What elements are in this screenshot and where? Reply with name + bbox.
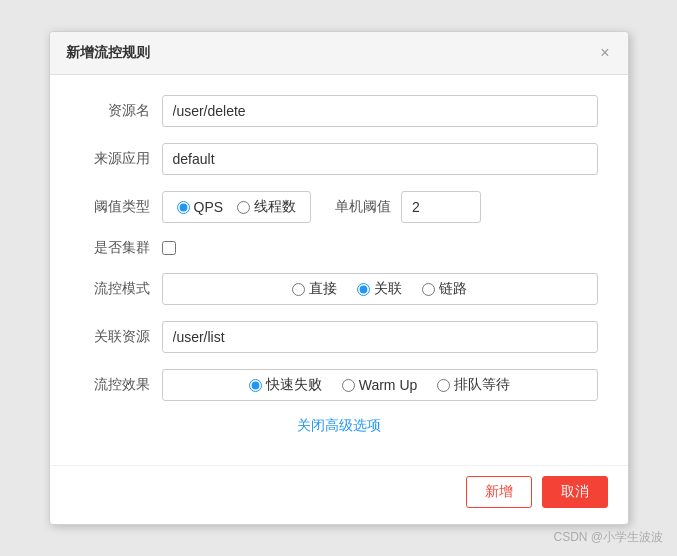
radio-chain[interactable]: 链路: [422, 280, 467, 298]
source-app-label: 来源应用: [80, 150, 150, 168]
dialog-header: 新增流控规则 ×: [50, 32, 628, 75]
flow-mode-box: 直接 关联 链路: [162, 273, 598, 305]
resource-name-input[interactable]: [162, 95, 598, 127]
dialog-title: 新增流控规则: [66, 44, 150, 62]
radio-warm-up-label: Warm Up: [359, 377, 418, 393]
flow-mode-label: 流控模式: [80, 280, 150, 298]
radio-warm-up[interactable]: Warm Up: [342, 377, 418, 393]
advanced-link-row: 关闭高级选项: [80, 417, 598, 435]
radio-queue[interactable]: 排队等待: [437, 376, 510, 394]
radio-warm-up-input[interactable]: [342, 379, 355, 392]
radio-threads-input[interactable]: [237, 201, 250, 214]
radio-relate[interactable]: 关联: [357, 280, 402, 298]
flow-mode-row: 流控模式 直接 关联 链路: [80, 273, 598, 305]
flow-effect-row: 流控效果 快速失败 Warm Up 排队等待: [80, 369, 598, 401]
source-app-row: 来源应用: [80, 143, 598, 175]
radio-queue-input[interactable]: [437, 379, 450, 392]
radio-qps-label: QPS: [194, 199, 224, 215]
radio-direct-input[interactable]: [292, 283, 305, 296]
radio-relate-input[interactable]: [357, 283, 370, 296]
cluster-checkbox-item[interactable]: [162, 241, 176, 255]
radio-threads-label: 线程数: [254, 198, 296, 216]
radio-threads[interactable]: 线程数: [237, 198, 296, 216]
dialog-overlay: 新增流控规则 × 资源名 来源应用 阈值类型: [0, 0, 677, 556]
cluster-row: 是否集群: [80, 239, 598, 257]
source-app-input[interactable]: [162, 143, 598, 175]
radio-queue-label: 排队等待: [454, 376, 510, 394]
dialog-body: 资源名 来源应用 阈值类型 QPS: [50, 75, 628, 465]
threshold-type-label: 阈值类型: [80, 198, 150, 216]
radio-relate-label: 关联: [374, 280, 402, 298]
related-resource-row: 关联资源: [80, 321, 598, 353]
flow-effect-label: 流控效果: [80, 376, 150, 394]
radio-direct-label: 直接: [309, 280, 337, 298]
resource-name-label: 资源名: [80, 102, 150, 120]
single-threshold-input[interactable]: [401, 191, 481, 223]
threshold-type-group: QPS 线程数 单机阈值: [162, 191, 598, 223]
add-button[interactable]: 新增: [466, 476, 532, 508]
flow-effect-box: 快速失败 Warm Up 排队等待: [162, 369, 598, 401]
radio-qps-input[interactable]: [177, 201, 190, 214]
radio-fast-fail[interactable]: 快速失败: [249, 376, 322, 394]
resource-name-row: 资源名: [80, 95, 598, 127]
advanced-link[interactable]: 关闭高级选项: [297, 417, 381, 433]
radio-chain-label: 链路: [439, 280, 467, 298]
watermark: CSDN @小学生波波: [553, 529, 663, 546]
dialog-footer: 新增 取消: [50, 465, 628, 524]
threshold-type-box: QPS 线程数: [162, 191, 312, 223]
radio-chain-input[interactable]: [422, 283, 435, 296]
cancel-button[interactable]: 取消: [542, 476, 608, 508]
radio-fast-fail-input[interactable]: [249, 379, 262, 392]
dialog: 新增流控规则 × 资源名 来源应用 阈值类型: [49, 31, 629, 525]
single-threshold-label: 单机阈值: [335, 198, 391, 216]
cluster-label: 是否集群: [80, 239, 150, 257]
related-resource-input[interactable]: [162, 321, 598, 353]
related-resource-label: 关联资源: [80, 328, 150, 346]
radio-direct[interactable]: 直接: [292, 280, 337, 298]
close-button[interactable]: ×: [598, 45, 611, 61]
cluster-checkbox[interactable]: [162, 241, 176, 255]
radio-qps[interactable]: QPS: [177, 199, 224, 215]
threshold-row: 阈值类型 QPS 线程数 单机阈值: [80, 191, 598, 223]
radio-fast-fail-label: 快速失败: [266, 376, 322, 394]
